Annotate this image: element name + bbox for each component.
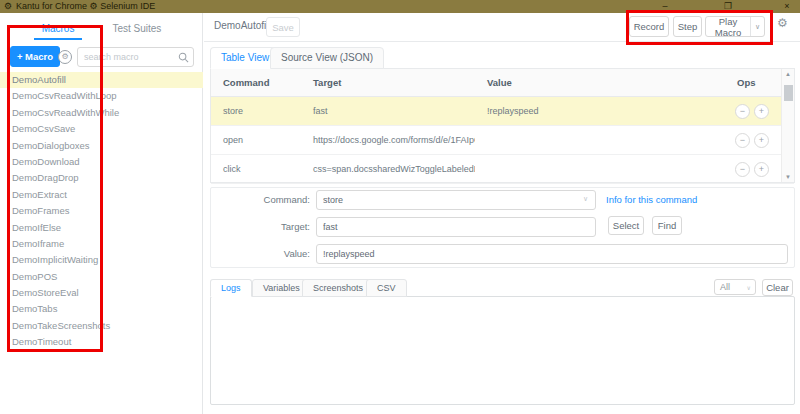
table-header-row: Command Target Value Ops	[211, 69, 794, 97]
macro-list: DemoAutofill DemoCsvReadWithLoop DemoCsv…	[0, 72, 203, 351]
cell-value: !replayspeed	[475, 106, 725, 116]
tab-source-view-json[interactable]: Source View (JSON)	[270, 47, 384, 69]
macro-list-item[interactable]: DemoTakeScreenshots	[0, 318, 203, 334]
sidebar-settings-gear-icon[interactable]: ⚙	[58, 50, 72, 64]
tab-csv[interactable]: CSV	[366, 279, 407, 297]
log-filter-select[interactable]: All ∨	[714, 279, 756, 295]
logs-content-area	[210, 296, 795, 405]
scrollbar-thumb[interactable]	[784, 85, 793, 101]
value-input[interactable]	[316, 244, 788, 264]
tab-macros[interactable]: Macros	[40, 19, 77, 38]
column-target: Target	[301, 77, 475, 88]
command-select[interactable]	[316, 190, 596, 210]
scroll-down-icon[interactable]: ▼	[782, 174, 794, 180]
command-table: Command Target Value Ops store fast !rep…	[210, 68, 795, 183]
tab-screenshots[interactable]: Screenshots	[302, 279, 374, 297]
log-filter-value: All	[720, 282, 730, 292]
table-row[interactable]: open https://docs.google.com/forms/d/e/1…	[211, 126, 794, 155]
table-scrollbar[interactable]: ▲ ▼	[781, 69, 794, 182]
info-for-command-link[interactable]: Info for this command	[606, 194, 697, 205]
add-row-button[interactable]: +	[754, 162, 769, 177]
save-button[interactable]: Save	[266, 17, 300, 37]
maximize-button[interactable]: ❐	[715, 0, 741, 13]
column-command: Command	[211, 77, 301, 88]
macro-title: DemoAutofill	[214, 20, 271, 31]
add-row-button[interactable]: +	[754, 104, 769, 119]
cell-target: fast	[301, 106, 475, 116]
search-icon	[178, 52, 189, 63]
play-dropdown-chevron-icon[interactable]: ∨	[750, 17, 764, 36]
macro-list-item[interactable]: DemoFrames	[0, 203, 203, 219]
cell-command: open	[211, 135, 301, 145]
tab-test-suites[interactable]: Test Suites	[110, 19, 163, 38]
record-button[interactable]: Record	[629, 16, 669, 37]
target-input[interactable]	[316, 217, 596, 237]
cell-command: store	[211, 106, 301, 116]
macro-list-item[interactable]: DemoImplicitWaiting	[0, 252, 203, 268]
step-button[interactable]: Step	[673, 16, 702, 37]
target-label: Target:	[240, 221, 310, 232]
window-title: Kantu for Chrome ⚙ Selenium IDE	[16, 0, 155, 13]
macro-list-item[interactable]: DemoIframe	[0, 236, 203, 252]
value-label: Value:	[240, 248, 310, 259]
add-row-button[interactable]: +	[754, 133, 769, 148]
filter-chevron-down-icon: ∨	[747, 281, 751, 295]
macro-list-item[interactable]: DemoDownload	[0, 154, 203, 170]
table-row[interactable]: store fast !replayspeed − +	[211, 97, 794, 126]
table-row[interactable]: click css=span.docssharedWizToggleLabele…	[211, 155, 794, 184]
column-value: Value	[475, 77, 725, 88]
macro-list-item[interactable]: DemoPOS	[0, 269, 203, 285]
macro-list-item[interactable]: DemoTimeout	[0, 334, 203, 350]
tab-logs[interactable]: Logs	[210, 279, 252, 297]
macro-list-item[interactable]: DemoCsvSave	[0, 121, 203, 137]
macro-list-item[interactable]: DemoCsvReadWithWhile	[0, 105, 203, 121]
close-button[interactable]: ×	[774, 0, 800, 13]
macro-list-item[interactable]: DemoCsvReadWithLoop	[0, 88, 203, 104]
window-titlebar: ⚙ Kantu for Chrome ⚙ Selenium IDE	[0, 0, 800, 13]
command-label: Command:	[240, 194, 310, 205]
play-macro-label: Play Macro	[706, 16, 750, 38]
macro-list-item[interactable]: DemoIfElse	[0, 220, 203, 236]
macro-list-item[interactable]: DemoExtract	[0, 187, 203, 203]
cell-target: css=span.docssharedWizToggleLabeledLabel…	[301, 164, 475, 174]
macro-list-item[interactable]: DemoAutofill	[0, 72, 203, 88]
macro-search-input[interactable]	[77, 47, 194, 67]
macro-list-item[interactable]: DemoTabs	[0, 301, 203, 317]
new-macro-button[interactable]: + Macro	[10, 46, 60, 67]
command-chevron-down-icon: ∨	[583, 195, 588, 203]
minimize-button[interactable]: –	[652, 0, 678, 13]
play-macro-button[interactable]: Play Macro ∨	[705, 16, 765, 37]
macro-list-item[interactable]: DemoDragDrop	[0, 170, 203, 186]
remove-row-button[interactable]: −	[735, 133, 750, 148]
cell-target: https://docs.google.com/forms/d/e/1FAIpQ…	[301, 135, 475, 145]
settings-gear-icon[interactable]: ⚙	[775, 16, 790, 31]
remove-row-button[interactable]: −	[735, 162, 750, 177]
sidebar-tabs: Macros Test Suites	[0, 14, 203, 42]
macro-list-item[interactable]: DemoStoreEval	[0, 285, 203, 301]
clear-logs-button[interactable]: Clear	[762, 279, 793, 296]
find-button[interactable]: Find	[652, 216, 682, 235]
cell-command: click	[211, 164, 301, 174]
scroll-up-icon[interactable]: ▲	[782, 71, 794, 77]
remove-row-button[interactable]: −	[735, 104, 750, 119]
app-gear-icon: ⚙	[4, 0, 12, 13]
select-button[interactable]: Select	[608, 216, 644, 235]
macro-list-item[interactable]: DemoDialogboxes	[0, 138, 203, 154]
